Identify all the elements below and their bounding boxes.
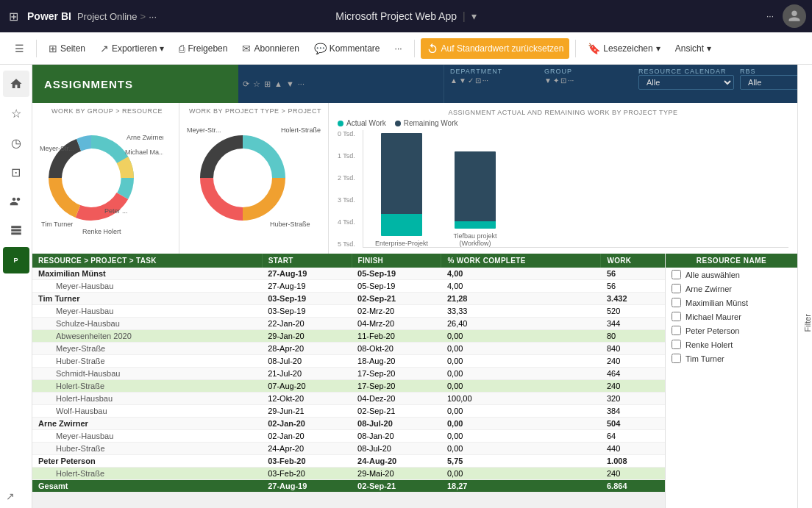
task-cell-total: Gesamt: [32, 480, 262, 493]
start-cell: 03-Feb-20: [262, 468, 352, 480]
remaining-work-legend: Remaining Work: [395, 119, 458, 127]
right-filter-panel[interactable]: Filter: [797, 65, 812, 508]
resource-checkbox-tim[interactable]: [672, 354, 681, 363]
assignments-title: ASSIGNMENTS: [32, 65, 238, 103]
group-down-icon[interactable]: ▼: [544, 76, 552, 85]
exportieren-button[interactable]: ↗ Exportieren ▾: [94, 38, 170, 59]
resource-filter-item-all[interactable]: Alle auswählen: [666, 268, 797, 282]
table-body: Maximilian Münst 27-Aug-19 05-Sep-19 4,0…: [32, 268, 665, 493]
work-cell: 384: [601, 405, 665, 418]
resource-checkbox-peter[interactable]: [672, 326, 681, 335]
sidebar-favorites-icon[interactable]: ☆: [3, 100, 29, 126]
comment-icon: 💬: [314, 43, 327, 54]
resource-checkbox-renke[interactable]: [672, 340, 681, 349]
menu-icon[interactable]: ☰: [9, 38, 30, 59]
content-wrapper: ASSIGNMENTS ⟳ ☆ ⊞ ▲ ▼ ···: [32, 65, 812, 508]
seiten-button[interactable]: ⊞ Seiten: [43, 38, 91, 59]
start-cell: 08-Jul-20: [262, 355, 352, 368]
start-cell: 02-Jan-20: [262, 430, 352, 443]
finish-cell: 02-Mrz-20: [352, 305, 441, 318]
work-by-group-title: WORK BY GROUP > RESOURCE: [38, 107, 176, 115]
start-cell: 03-Sep-19: [262, 293, 352, 305]
work-cell: 504: [601, 418, 665, 430]
finish-cell: 17-Sep-20: [352, 380, 441, 393]
abonnieren-button[interactable]: ✉ Abonnieren: [236, 38, 304, 59]
sidebar-powerbi-icon[interactable]: P: [3, 247, 29, 273]
bar-chart-title: ASSIGNMENT ACTUAL AND REMAINING WORK BY …: [338, 109, 788, 116]
pct-cell: 0,00: [441, 355, 601, 368]
pct-cell: 0,00: [441, 380, 601, 393]
resource-calendar-select[interactable]: Alle: [638, 75, 734, 90]
lesezeichen-dropdown-icon[interactable]: ▾: [656, 43, 660, 54]
ansicht-button[interactable]: Ansicht ▾: [669, 39, 717, 58]
sidebar-workspace-icon[interactable]: [3, 218, 29, 244]
resource-checkbox-arne[interactable]: [672, 284, 681, 293]
col-work: WORK: [601, 254, 665, 268]
group-more-icon[interactable]: ···: [568, 76, 574, 85]
rbs-select[interactable]: Alle: [740, 75, 797, 90]
apps-icon[interactable]: ⊞: [6, 7, 21, 26]
table-row: Wolf-Hausbau 29-Jun-21 02-Sep-21 0,00 38…: [32, 405, 665, 418]
top-nav-ellipsis[interactable]: ···: [766, 11, 774, 21]
task-cell: Meyer-Hausbau: [32, 430, 262, 443]
resource-filter-item-michael[interactable]: Michael Maurer: [666, 310, 797, 323]
reset-icon: [427, 43, 438, 54]
title-dropdown-icon[interactable]: ▾: [471, 10, 477, 22]
dash-icon-4[interactable]: ▲: [273, 78, 284, 90]
resource-label-michael: Michael Maurer: [685, 312, 741, 321]
freigeben-button[interactable]: ⎙ Freigeben: [173, 38, 233, 59]
dash-icon-1[interactable]: ⟳: [241, 78, 251, 90]
work-cell: 240: [601, 355, 665, 368]
export-dropdown-icon[interactable]: ▾: [160, 43, 164, 54]
work-cell: 344: [601, 318, 665, 330]
sidebar-shared-icon[interactable]: [3, 188, 29, 215]
work-by-project-title: WORK BY PROJECT TYPE > PROJECT: [185, 107, 325, 115]
assignments-label: ASSIGNMENTS: [44, 78, 133, 90]
dept-more-icon[interactable]: ···: [482, 76, 488, 85]
sidebar-recent-icon[interactable]: ◷: [3, 129, 29, 156]
resource-filter-item-peter[interactable]: Peter Peterson: [666, 323, 797, 337]
pct-cell: 0,00: [441, 468, 601, 480]
breadcrumb-ellipsis[interactable]: ···: [149, 11, 157, 22]
dept-filter-icon[interactable]: ⊡: [475, 76, 481, 85]
dept-down-icon[interactable]: ▼: [459, 76, 466, 85]
resource-filter-item-renke[interactable]: Renke Holert: [666, 337, 797, 351]
task-cell: Holert-Straße: [32, 380, 262, 393]
resource-checkbox-max[interactable]: [672, 298, 681, 307]
sidebar-apps-icon[interactable]: ⊡: [3, 159, 29, 185]
resource-filter-item-tim[interactable]: Tim Turner: [666, 351, 797, 365]
rbs-filter: RBS Alle: [740, 68, 797, 100]
bar-tiefbau-actual: [455, 221, 496, 229]
dept-check-icon[interactable]: ✓: [468, 76, 474, 85]
resource-checkbox-all[interactable]: [672, 270, 681, 279]
dept-up-icon[interactable]: ▲: [450, 76, 457, 85]
external-link-icon[interactable]: ↗: [6, 490, 15, 502]
dash-icon-3[interactable]: ⊞: [263, 78, 272, 90]
group-star-icon[interactable]: ✦: [553, 76, 559, 85]
user-avatar[interactable]: [783, 4, 806, 28]
y-label-5: 5 Tsd.: [338, 240, 357, 248]
start-cell: 27-Aug-19: [262, 280, 352, 293]
resource-checkbox-michael[interactable]: [672, 312, 681, 321]
group-filter-icon[interactable]: ⊡: [560, 76, 566, 85]
sidebar-home-icon[interactable]: [3, 71, 29, 97]
bar-enterprise-label: Enterprise-Projekt: [375, 240, 428, 247]
finish-cell: 05-Sep-19: [352, 280, 441, 293]
data-table-wrapper[interactable]: RESOURCE > PROJECT > TASK START FINISH %…: [32, 254, 665, 508]
table-row: Meyer-Hausbau 03-Sep-19 02-Mrz-20 33,33 …: [32, 305, 665, 318]
dash-icon-6[interactable]: ···: [296, 78, 306, 90]
toolbar-ellipsis[interactable]: ···: [389, 39, 408, 58]
dash-icon-2[interactable]: ☆: [252, 78, 262, 90]
remaining-work-label: Remaining Work: [404, 119, 458, 127]
top-navigation: ⊞ Power BI Project Online > ··· Microsof…: [0, 0, 812, 32]
dash-icon-5[interactable]: ▼: [285, 78, 296, 90]
work-cell: 840: [601, 343, 665, 355]
project-name[interactable]: Project Online: [77, 11, 138, 22]
kommentare-button[interactable]: 💬 Kommentare: [308, 38, 386, 59]
ansicht-dropdown-icon[interactable]: ▾: [707, 43, 711, 54]
lesezeichen-button[interactable]: 🔖 Lesezeichen ▾: [582, 38, 666, 59]
resource-filter-item-max[interactable]: Maximilian Münst: [666, 296, 797, 310]
reset-button[interactable]: Auf Standardwert zurücksetzen: [421, 38, 570, 59]
resource-filter-item-arne[interactable]: Arne Zwirner: [666, 282, 797, 296]
work-cell: 464: [601, 368, 665, 380]
